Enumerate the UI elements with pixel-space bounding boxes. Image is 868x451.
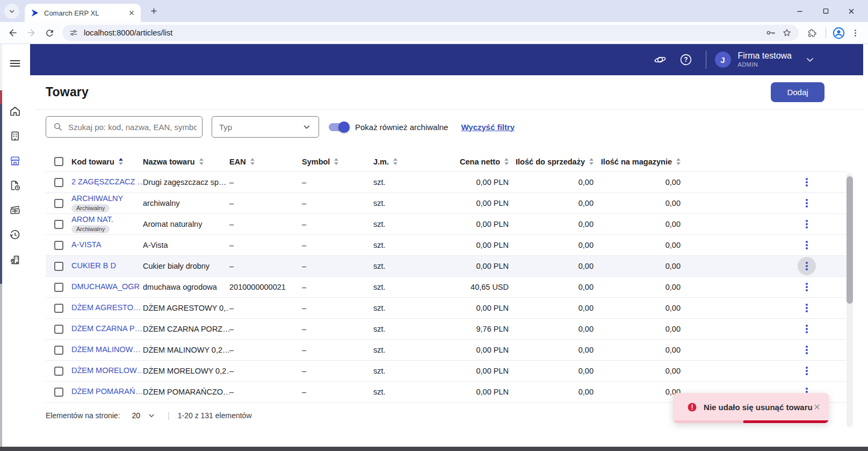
forward-button[interactable] <box>23 24 40 41</box>
menu-toggle-button[interactable] <box>9 57 21 70</box>
product-name: archiwalny <box>143 199 229 207</box>
search-input[interactable] <box>68 123 197 132</box>
product-code-link[interactable]: DMUCHAWA_OGR <box>71 282 143 291</box>
select-all-checkbox[interactable] <box>54 157 63 166</box>
help-button[interactable]: ? <box>676 49 696 70</box>
window-minimize-button[interactable] <box>794 5 806 17</box>
pagination-range: 1-20 z 131 elementów <box>178 411 252 420</box>
back-button[interactable] <box>4 24 21 41</box>
table-row: AROM NAT. Archiwalny Aromat naturalny – … <box>46 214 847 235</box>
row-menu-button[interactable] <box>798 299 816 317</box>
column-header-ean[interactable]: EAN <box>229 158 302 166</box>
table-row: A-VISTA A-Vista – – szt. 0,00 PLN 0,00 0… <box>46 235 847 256</box>
product-symbol: – <box>302 178 373 187</box>
row-menu-button[interactable] <box>798 173 816 191</box>
product-name: DŻEM MALINOWY 0,2… <box>143 346 229 354</box>
sidebar-item-history[interactable] <box>9 228 21 241</box>
row-checkbox[interactable] <box>54 304 63 313</box>
sort-icon <box>250 158 255 165</box>
product-code-link[interactable]: AROM NAT. <box>71 215 143 224</box>
row-menu-button[interactable] <box>798 320 816 338</box>
row-menu-button[interactable] <box>798 215 816 233</box>
row-checkbox[interactable] <box>54 346 63 355</box>
user-menu-button[interactable]: J Firma testowa ADMIN <box>715 51 815 68</box>
profile-avatar-icon <box>832 26 845 40</box>
table-row: 2 ZAGĘSZCZACZ … Drugi zagęszczacz sp… – … <box>46 172 847 193</box>
row-menu-button[interactable] <box>798 257 816 275</box>
items-per-page-value[interactable]: 20 <box>132 411 141 420</box>
table-scrollbar[interactable] <box>847 173 853 427</box>
scrollbar-thumb[interactable] <box>847 176 853 304</box>
url-bar[interactable]: localhost:8000/articles/list <box>62 25 799 41</box>
bookmark-star-icon[interactable] <box>782 27 792 38</box>
row-menu-button[interactable] <box>798 194 816 212</box>
row-checkbox[interactable] <box>54 241 63 250</box>
product-code-link[interactable]: A-VISTA <box>71 240 143 249</box>
column-header-ilosc-na-magazynie[interactable]: Ilość na magazynie <box>594 158 681 166</box>
sidebar-item-registers[interactable] <box>9 253 21 266</box>
column-header-cena-netto[interactable]: Cena netto <box>432 158 509 166</box>
archive-toggle[interactable] <box>329 123 349 131</box>
profile-avatar-button[interactable] <box>831 26 845 40</box>
column-header-nazwa-towaru[interactable]: Nazwa towaru <box>143 158 229 166</box>
window-maximize-button[interactable] <box>820 5 831 17</box>
sidebar-item-finances[interactable] <box>9 204 21 217</box>
type-select[interactable]: Typ <box>212 116 319 138</box>
row-checkbox[interactable] <box>54 367 63 376</box>
browser-menu-button[interactable] <box>847 24 864 41</box>
product-code-link[interactable]: ARCHIWALNY <box>71 194 143 203</box>
plus-icon <box>149 6 158 16</box>
product-qty-for-sale: 0,00 <box>509 346 594 354</box>
toolbar-divider <box>826 27 826 38</box>
product-code-link[interactable]: CUKIER B D <box>71 261 143 270</box>
clear-filters-link[interactable]: Wyczyść filtry <box>461 123 515 132</box>
row-menu-button[interactable] <box>798 362 816 380</box>
row-checkbox[interactable] <box>54 388 63 397</box>
product-code-link[interactable]: DŻEM POMARAŃ… <box>71 387 143 396</box>
row-checkbox[interactable] <box>54 199 63 208</box>
items-per-page-label: Elementów na stronie: <box>46 411 120 420</box>
product-code-link[interactable]: DŻEM MALINOW… <box>71 345 143 354</box>
row-checkbox[interactable] <box>54 325 63 334</box>
app-root: ? J Firma testowa ADMIN Towary Dodaj <box>0 44 868 447</box>
row-menu-button[interactable] <box>798 236 816 254</box>
reload-button[interactable] <box>41 24 58 41</box>
window-close-button[interactable] <box>845 5 857 17</box>
tab-close-icon[interactable] <box>127 8 136 18</box>
row-checkbox[interactable] <box>54 262 63 271</box>
assistant-button[interactable] <box>650 49 670 70</box>
add-button[interactable]: Dodaj <box>771 82 824 102</box>
product-code-link[interactable]: DŻEM AGRESTO… <box>71 303 143 312</box>
row-menu-button[interactable] <box>798 278 816 296</box>
sidebar-item-home[interactable] <box>9 105 21 118</box>
chevron-down-icon[interactable] <box>147 411 156 420</box>
toast-close-button[interactable] <box>813 402 821 412</box>
column-header-symbol[interactable]: Symbol <box>302 158 373 166</box>
column-header-ilosc-do-sprzedazy[interactable]: Ilość do sprzedaży <box>509 158 594 166</box>
row-menu-button[interactable] <box>798 341 816 359</box>
row-checkbox[interactable] <box>54 283 63 292</box>
sidebar-item-articles[interactable] <box>9 154 21 167</box>
password-key-icon[interactable] <box>765 27 776 38</box>
extensions-button[interactable] <box>803 24 820 41</box>
row-checkbox[interactable] <box>54 220 63 229</box>
new-tab-button[interactable] <box>146 4 161 19</box>
product-qty-for-sale: 0,00 <box>509 304 594 312</box>
product-code-link[interactable]: 2 ZAGĘSZCZACZ … <box>71 177 143 187</box>
column-header-kod-towaru[interactable]: Kod towaru <box>71 158 143 166</box>
browser-tab[interactable]: Comarch ERP XL <box>25 4 141 22</box>
sidebar-item-documents[interactable] <box>9 179 21 192</box>
sort-icon <box>504 158 509 165</box>
maximize-icon <box>822 7 830 15</box>
user-role: ADMIN <box>738 61 792 68</box>
toast-progress-track <box>673 420 829 423</box>
row-checkbox[interactable] <box>54 178 63 187</box>
svg-text:?: ? <box>684 56 688 63</box>
sidebar-item-company[interactable] <box>9 130 21 142</box>
tab-search-button[interactable] <box>4 4 19 19</box>
column-header-jm[interactable]: J.m. <box>373 158 432 166</box>
product-code-link[interactable]: DŻEM CZARNA P… <box>71 324 143 333</box>
product-code-link[interactable]: DŻEM MORELOW… <box>71 366 143 375</box>
product-net-price: 0,00 PLN <box>432 304 509 312</box>
product-ean: – <box>229 178 302 187</box>
